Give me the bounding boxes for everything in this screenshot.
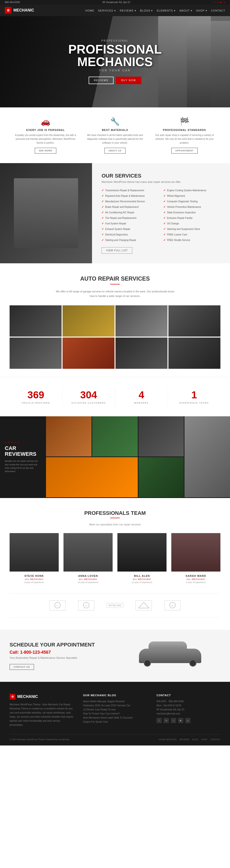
contact-us-button[interactable]: CONTACT US [9, 664, 34, 670]
footer-blog-link-2[interactable]: Hydraulics 2019: At Least 2024 Yarnean C… [83, 704, 147, 707]
wrench-icon: 🔧 [84, 117, 146, 126]
footer-blog-link-5[interactable]: Auto Mechanics Need Label Skills To Succ… [83, 716, 147, 719]
service-item: FREE Loaner Cars [163, 232, 221, 237]
car-wheel-rear [189, 659, 196, 667]
svg-marker-4 [139, 602, 149, 608]
hero-tagline: FOR YOUR CAR [68, 69, 162, 72]
service-item: Engine Cooling System Maintenance [163, 188, 221, 193]
car-image-green-car [139, 457, 184, 497]
repair-image-5 [9, 338, 62, 369]
repair-image-grid-2 [9, 338, 221, 369]
stat-vehicles-num: 369 [12, 389, 60, 401]
feature-materials-title: BEST MATERIALS [84, 128, 146, 131]
logo[interactable]: ⚙ MECHANIC [5, 7, 34, 14]
service-item: Emission Repair Facility [163, 216, 221, 220]
feature-personal-text: A quality you would expect from the deal… [14, 133, 77, 145]
team-photo-anna [64, 533, 113, 571]
stat-customers: 304 SATISFIED CUSTOMERS [62, 387, 115, 406]
stat-customers-num: 304 [65, 389, 112, 401]
pin-icon[interactable]: p [224, 1, 225, 4]
team-exp-3: 12 year of experience [117, 581, 166, 584]
footer-copyright: © 2023 Mechanic WordPress Theme. Powered… [9, 738, 70, 741]
reviews-button[interactable]: REVIEWS [89, 76, 114, 84]
repair-image-2 [63, 305, 115, 337]
footer-ig-icon[interactable]: in [164, 718, 169, 723]
feature-materials-text: We have invested in all the latest speci… [84, 133, 146, 145]
stat-experience-num: 1 [170, 389, 218, 401]
appointment-button[interactable]: APPOINTMENT [171, 148, 198, 154]
team-section: PROFESSIONALS TEAM Meet our specialists … [0, 498, 230, 630]
footer-bottom-blog[interactable]: BLOG [192, 738, 198, 741]
team-exp-4: 5 year of experience [171, 581, 221, 584]
tw-icon[interactable]: t [215, 1, 216, 4]
team-member-4: SARAH WARD ALL MECHANIC 5 year of experi… [171, 533, 221, 584]
partner-2: ⚙ [77, 600, 96, 610]
see-more-button[interactable]: SEE MORE [35, 148, 56, 154]
service-item: Tire Repair and Replacement [102, 216, 159, 220]
repair-image-8 [168, 338, 221, 369]
footer-tw-icon[interactable]: t [171, 718, 176, 723]
stat-vehicles: 369 VEHICLE REPAIRED [9, 387, 62, 406]
footer-logo-icon: ⚙ [9, 694, 15, 700]
nav-reviews[interactable]: REVIEWS ▾ [120, 9, 136, 12]
footer-yt-icon[interactable]: ▶ [178, 718, 183, 723]
view-full-list-button[interactable]: VIEW FULL LIST [102, 247, 132, 254]
team-photo-sarah [171, 533, 221, 571]
footer-blog-link-4[interactable]: How To Protect Your Cars Interior? [83, 712, 147, 715]
buy-now-button[interactable]: BUY NOW [116, 76, 141, 84]
car-image-suv-brown [46, 416, 91, 457]
car-reviewers-section: ★ ★ ★ ★ ★ CARREVIEWERS Besides our car r… [0, 416, 230, 498]
service-item: Manufacturer Recommended Service [102, 199, 159, 204]
footer-blog-link-1[interactable]: Aaron Martin Manujan Sagalo Revered [83, 700, 147, 703]
feature-personal: 🚗 EVERY JOB IS PERSONAL A quality you wo… [14, 117, 77, 154]
services-heading: OUR SERVICES [102, 173, 221, 179]
feature-standards: 🏁 PROFESSIONAL STANDARDS Our auto repair… [153, 117, 216, 154]
svg-text:★: ★ [172, 605, 173, 607]
car-image-suv-green [92, 416, 138, 457]
footer-fb-icon[interactable]: f [156, 718, 162, 723]
nav-shop[interactable]: SHOP ▾ [196, 9, 207, 12]
reviewers-title: CARREVIEWERS [5, 445, 41, 457]
about-us-button[interactable]: ABOUT US [105, 148, 125, 154]
team-exp-1: 8 year of experience [9, 581, 59, 584]
nav-contact[interactable]: CONTACT [211, 9, 225, 12]
team-member-1: STEVE HONK ALL MECHANIC 8 year of experi… [9, 533, 59, 584]
ig-icon[interactable]: in [217, 1, 219, 4]
stat-experience: 1 EXPERIENCE YEARS [168, 387, 221, 406]
footer-bottom-contact[interactable]: CONTACT [210, 738, 221, 741]
nav-elements[interactable]: ELEMENTS ▾ [157, 9, 176, 12]
service-item: Repaired Auto Repair & Maintenance [102, 194, 159, 198]
team-heading: PROFESSIONALS TEAM [9, 510, 221, 516]
reviewers-subtext: Besides our car repair services we also … [5, 459, 41, 473]
footer-bottom-reviews[interactable]: REVIEWS [180, 738, 190, 741]
yt-icon[interactable]: ▶ [221, 1, 222, 4]
service-item: Starting and Charging Repair [102, 238, 159, 242]
car-image-sport-orange [185, 416, 230, 497]
nav-home[interactable]: HOME [85, 9, 94, 12]
nav-blogs[interactable]: BLOGS ▾ [140, 9, 153, 12]
stat-vehicles-label: VEHICLE REPAIRED [12, 402, 60, 404]
services-content: OUR SERVICES Mechanic WordPress theme ha… [92, 163, 230, 263]
footer-pin-icon[interactable]: p [185, 718, 190, 723]
nav-about[interactable]: ABOUT ▾ [180, 9, 192, 12]
footer-blog-link-3[interactable]: 13 Electric Cars Ready To Use [83, 708, 147, 711]
repair-image-1 [9, 305, 62, 337]
fb-icon[interactable]: f [213, 1, 214, 4]
feature-materials: 🔧 BEST MATERIALS We have invested in all… [84, 117, 146, 154]
auto-repair-heading: AUTO REPAIR SERVICES [9, 275, 221, 282]
nav-services[interactable]: SERVICES ▾ [98, 9, 116, 12]
footer-blog-link-6[interactable]: Engine For Sports Cars [83, 720, 147, 723]
footer-phone1: 555-3871 855-464-6348 [156, 700, 221, 703]
team-member-3: BILL ALEN ALL MECHANIC 12 year of experi… [117, 533, 166, 584]
stat-workers-num: 4 [118, 389, 165, 401]
footer-bottom-home[interactable]: HOME SERVICES [159, 738, 177, 741]
repair-image-7 [115, 338, 167, 369]
footer-about: ⚙ MECHANIC Mechanic WordPress Theme - Au… [9, 694, 74, 727]
team-role-1: ALL MECHANIC [9, 578, 59, 581]
schedule-section: SCHEDULE YOUR APPOINTMENT Call: 1-800-12… [0, 630, 230, 682]
feature-standards-title: PROFESSIONAL STANDARDS [153, 128, 216, 131]
team-photo-steve [9, 533, 59, 571]
stat-workers: 4 WORKERS [115, 387, 168, 406]
footer-bottom-shop[interactable]: SHOP [201, 738, 207, 741]
car-image-sedan-gray [139, 416, 184, 457]
